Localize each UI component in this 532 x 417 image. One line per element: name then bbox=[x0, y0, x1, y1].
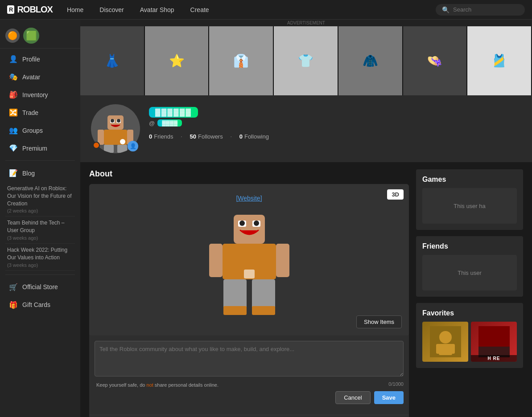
ad-item-6[interactable]: 👒 bbox=[403, 26, 468, 95]
blog-post-1[interactable]: Generative AI on Roblox: Our Vision for … bbox=[5, 182, 75, 217]
about-actions: Cancel Save bbox=[95, 391, 404, 404]
handle-badge: ▓▓▓▓ bbox=[157, 119, 182, 127]
nav-avatar-shop[interactable]: Avatar Shop bbox=[140, 6, 174, 13]
sidebar-item-trade[interactable]: 🔀 Trade bbox=[2, 104, 78, 121]
svg-point-25 bbox=[439, 331, 452, 343]
ad-label: ADVERTISEMENT bbox=[80, 20, 532, 26]
sidebar-label-inventory: Inventory bbox=[22, 91, 48, 98]
followers-count: 50 bbox=[190, 133, 196, 140]
website-link[interactable]: [Website] bbox=[236, 195, 262, 202]
svg-point-15 bbox=[254, 221, 259, 226]
inventory-icon: 🎒 bbox=[9, 90, 18, 99]
sidebar-label-giftcards: Gift Cards bbox=[22, 301, 50, 308]
sidebar-label-profile: Profile bbox=[22, 56, 40, 63]
search-input[interactable] bbox=[453, 6, 519, 13]
profile-stats: 0 Friends · 50 Followers · 0 Following bbox=[149, 132, 521, 141]
char-count: 0/1000 bbox=[388, 381, 404, 387]
safety-note: Keep yourself safe, do not share persona… bbox=[95, 382, 220, 388]
following-label: Following bbox=[244, 133, 269, 140]
profile-username-row: ▓▓▓▓▓▓ bbox=[149, 107, 521, 118]
search-bar[interactable]: 🔍 bbox=[436, 4, 525, 16]
main-content: ADVERTISEMENT 👗 ⭐ 👔 👕 🧥 👒 🎽 bbox=[80, 20, 532, 417]
ad-item-3[interactable]: 👔 bbox=[209, 26, 274, 95]
following-stat: 0 Following bbox=[239, 133, 269, 140]
sidebar-item-avatar[interactable]: 🎭 Avatar bbox=[2, 68, 78, 86]
favorite-item-1[interactable] bbox=[422, 322, 468, 362]
sidebar-item-blog[interactable]: 📝 Blog bbox=[2, 164, 78, 182]
topnav-links: Home Discover Avatar Shop Create bbox=[67, 6, 436, 13]
profile-icon: 👤 bbox=[9, 55, 18, 63]
profile-handle-row: @ ▓▓▓▓ bbox=[149, 119, 521, 127]
ad-item-5[interactable]: 🧥 bbox=[338, 26, 403, 95]
ad-item-7[interactable]: 🎽 bbox=[467, 26, 532, 95]
blog-post-2-date: (3 weeks ago) bbox=[7, 235, 73, 241]
favorite-1-image bbox=[430, 326, 461, 357]
blog-post-3[interactable]: Hack Week 2022: Putting Our Values into … bbox=[5, 244, 75, 271]
followers-label: Followers bbox=[198, 133, 223, 140]
right-column: Games This user ha Friends This user Fav… bbox=[416, 169, 523, 374]
blog-icon: 📝 bbox=[9, 169, 18, 177]
sidebar-item-gift-cards[interactable]: 🎁 Gift Cards bbox=[2, 296, 78, 314]
stat-sep-1: · bbox=[181, 132, 183, 141]
sidebar-item-groups[interactable]: 👥 Groups bbox=[2, 122, 78, 139]
blog-post-3-date: (3 weeks ago) bbox=[7, 262, 73, 268]
edit-avatar-icon[interactable]: 👤 bbox=[128, 141, 138, 151]
svg-rect-23 bbox=[252, 306, 275, 315]
logo-text: ROBLOX bbox=[17, 4, 53, 15]
svg-rect-18 bbox=[209, 244, 223, 277]
ad-item-1[interactable]: 👗 bbox=[80, 26, 145, 95]
svg-rect-27 bbox=[436, 344, 441, 354]
sidebar-label-blog: Blog bbox=[22, 170, 35, 177]
stat-sep-2: · bbox=[230, 132, 232, 141]
sidebar-avatar-row: 🟠 🟩 bbox=[0, 23, 80, 49]
ad-banner: 👗 ⭐ 👔 👕 🧥 👒 🎽 bbox=[80, 26, 532, 95]
svg-rect-17 bbox=[244, 270, 255, 278]
sidebar-divider-1 bbox=[5, 160, 75, 161]
ad-item-4[interactable]: 👕 bbox=[274, 26, 338, 95]
3d-button[interactable]: 3D bbox=[387, 189, 404, 200]
sidebar-label-trade: Trade bbox=[22, 109, 38, 116]
about-textarea-section: Keep yourself safe, do not share persona… bbox=[89, 335, 409, 409]
cancel-button[interactable]: Cancel bbox=[335, 391, 370, 404]
favorite-item-2[interactable]: H RE bbox=[471, 322, 517, 362]
profile-header: 👤 ▓▓▓▓▓▓ @ ▓▓▓▓ 0 Friends · 50 bbox=[91, 104, 521, 153]
store-icon: 🛒 bbox=[9, 283, 18, 291]
sidebar-item-premium[interactable]: 💎 Premium bbox=[2, 139, 78, 157]
save-button[interactable]: Save bbox=[374, 391, 404, 404]
trade-icon: 🔀 bbox=[9, 108, 18, 117]
blog-post-2[interactable]: Team Behind the Tech – User Group (3 wee… bbox=[5, 217, 75, 244]
safety-note-end: share personal details online. bbox=[153, 382, 219, 388]
blog-post-1-title: Generative AI on Roblox: Our Vision for … bbox=[7, 185, 73, 207]
sidebar-item-profile[interactable]: 👤 Profile bbox=[2, 50, 78, 68]
sidebar-blog-posts: Generative AI on Roblox: Our Vision for … bbox=[0, 182, 80, 271]
at-symbol: @ bbox=[149, 120, 155, 127]
blog-post-1-date: (2 weeks ago) bbox=[7, 208, 73, 213]
nav-home[interactable]: Home bbox=[67, 6, 83, 13]
nav-create[interactable]: Create bbox=[190, 6, 209, 13]
svg-rect-19 bbox=[276, 244, 289, 277]
search-icon: 🔍 bbox=[442, 6, 450, 13]
favorite-2-image bbox=[478, 326, 510, 357]
sidebar-divider-2 bbox=[5, 274, 75, 275]
about-textarea[interactable] bbox=[95, 341, 404, 376]
ad-item-2[interactable]: ⭐ bbox=[145, 26, 210, 95]
show-items-button[interactable]: Show Items bbox=[356, 315, 402, 328]
favorites-grid: H RE bbox=[422, 322, 517, 362]
about-title: About bbox=[89, 169, 409, 179]
sidebar-item-inventory[interactable]: 🎒 Inventory bbox=[2, 86, 78, 103]
sidebar-label-avatar: Avatar bbox=[22, 74, 40, 81]
sidebar-avatar-small: 🟠 bbox=[5, 29, 20, 43]
friends-title: Friends bbox=[422, 242, 517, 250]
sidebar-item-official-store[interactable]: 🛒 Official Store bbox=[2, 278, 78, 296]
about-column: About [Website] 3D bbox=[89, 169, 409, 417]
games-section: Games This user ha bbox=[416, 169, 523, 230]
nav-discover[interactable]: Discover bbox=[99, 6, 124, 13]
safety-note-start: Keep yourself safe, do bbox=[96, 382, 147, 388]
about-card: [Website] 3D bbox=[89, 184, 409, 417]
blog-post-2-title: Team Behind the Tech – User Group bbox=[7, 219, 73, 234]
friends-empty: This user bbox=[422, 255, 517, 290]
logo-icon: R bbox=[7, 5, 14, 14]
svg-rect-10 bbox=[117, 145, 127, 153]
logo[interactable]: R ROBLOX bbox=[7, 4, 53, 15]
blog-post-3-title: Hack Week 2022: Putting Our Values into … bbox=[7, 246, 73, 262]
